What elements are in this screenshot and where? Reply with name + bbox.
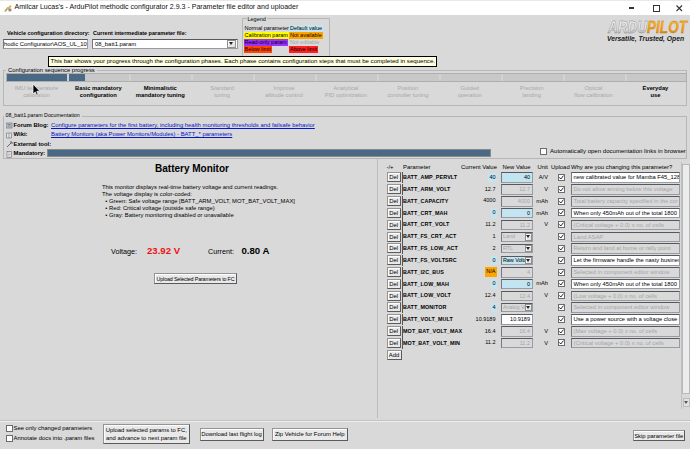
svg-text:Versatile, Trusted, Open: Versatile, Trusted, Open [607, 34, 684, 43]
